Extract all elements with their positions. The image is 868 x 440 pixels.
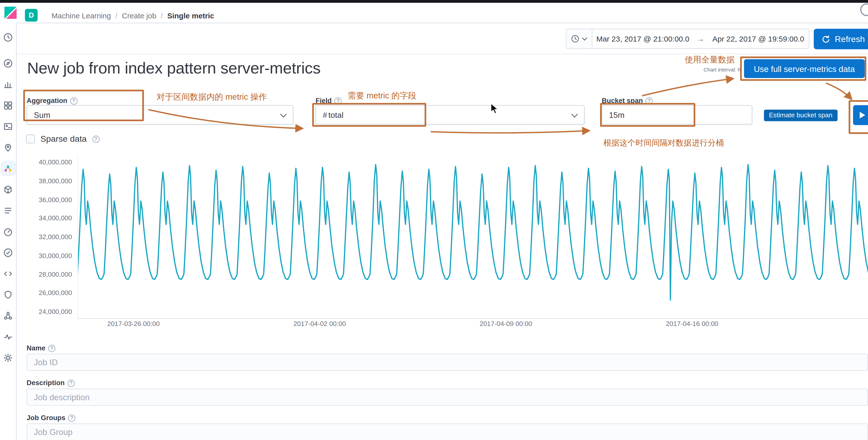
description-label: Description [27, 379, 65, 387]
page-title: New job from index pattern server-metric… [27, 59, 321, 77]
sidebar-item-dashboard[interactable] [0, 97, 16, 113]
aggregation-label-row: Aggregation [27, 97, 77, 105]
sidebar-item-monitoring[interactable] [0, 329, 16, 344]
field-label-row: Field [315, 97, 342, 105]
job-description-input[interactable] [27, 389, 868, 406]
breadcrumb: Machine Learning / Create job / Single m… [52, 5, 214, 25]
apm-icon [3, 226, 13, 237]
help-icon[interactable] [92, 135, 99, 143]
help-icon[interactable] [68, 414, 75, 421]
job-groups-input[interactable] [27, 423, 868, 440]
y-axis-tick: 34,000,000 [13, 215, 72, 222]
y-axis-tick: 32,000,000 [13, 233, 72, 241]
help-icon[interactable] [48, 345, 55, 352]
kibana-logo[interactable] [3, 6, 18, 20]
help-icon[interactable] [70, 97, 77, 104]
refresh-icon [822, 34, 830, 43]
machine-learning-icon [3, 163, 13, 174]
browser-top-strip [0, 0, 868, 3]
play-button[interactable] [853, 105, 868, 125]
annotation-field: 需要 metric 的字段 [348, 91, 416, 101]
name-label: Name [27, 344, 45, 352]
annotation-full-data: 使用全量数据 [685, 55, 735, 65]
sidebar-item-canvas[interactable] [0, 119, 16, 134]
canvas-icon [3, 121, 13, 131]
sparse-data-checkbox[interactable] [26, 134, 35, 143]
recently-viewed-icon [3, 32, 13, 42]
refresh-label: Refresh [835, 34, 865, 44]
breadcrumb-machine-learning[interactable]: Machine Learning [52, 11, 111, 20]
field-label: Field [315, 97, 332, 105]
sparse-data-label[interactable]: Sparse data [40, 134, 87, 144]
sidebar-item-management[interactable] [0, 350, 16, 366]
maps-icon [3, 142, 13, 153]
chevron-down-icon [582, 37, 587, 40]
sparse-data-row: Sparse data [26, 134, 99, 144]
siem-icon [3, 289, 13, 300]
header-divider [17, 54, 868, 54]
annotation-arrow [642, 78, 733, 96]
bucket-span-input[interactable] [602, 105, 752, 125]
y-axis-tick: 24,000,000 [13, 308, 72, 316]
annotation-bucket: 根据这个时间间隔对数据进行分桶 [603, 138, 724, 149]
time-range-start[interactable]: Mar 23, 2017 @ 21:00:00.0 [592, 29, 693, 48]
space-badge[interactable]: D [25, 9, 38, 22]
chart-canvas [78, 155, 868, 319]
job-id-input[interactable] [27, 354, 868, 371]
x-axis-tick: 2017-04-09 00:00 [467, 320, 545, 328]
y-axis-tick: 38,000,000 [13, 177, 72, 185]
aggregation-label: Aggregation [27, 97, 67, 105]
bucket-span-label-row: Bucket span [602, 97, 653, 105]
annotation-aggregation: 对于区间数据内的 metric 操作 [157, 92, 267, 102]
job-groups-label-row: Job Groups [27, 414, 75, 422]
infrastructure-icon [3, 184, 13, 195]
monitoring-icon [3, 331, 13, 342]
chevron-down-icon [280, 114, 287, 118]
bucket-span-label: Bucket span [602, 97, 643, 105]
help-icon[interactable] [646, 97, 653, 104]
aggregation-select[interactable]: Sum [27, 105, 293, 125]
sidebar-item-visualize[interactable] [0, 76, 16, 92]
date-picker-menu-button[interactable] [566, 29, 592, 48]
name-label-row: Name [27, 344, 55, 352]
management-icon [3, 352, 13, 363]
breadcrumb-separator: / [161, 11, 163, 20]
y-axis-tick: 40,000,000 [13, 158, 72, 166]
estimate-bucket-span-button[interactable]: Estimate bucket span [764, 109, 838, 121]
sidebar-item-recently-viewed[interactable] [0, 29, 16, 45]
chart-interval-label: Chart interval: h [696, 66, 741, 72]
y-axis-tick: 36,000,000 [13, 196, 72, 203]
x-axis-tick: 2017-04-16 00:00 [653, 320, 731, 328]
x-axis-tick: 2017-04-02 00:00 [281, 320, 359, 328]
discover-icon [3, 58, 13, 68]
dev-tools-icon [3, 268, 13, 279]
sidebar-item-maps[interactable] [0, 139, 16, 155]
y-axis-tick: 28,000,000 [13, 270, 72, 278]
field-select[interactable]: # total [315, 105, 585, 125]
field-value: total [328, 111, 343, 119]
dashboard-icon [3, 100, 13, 111]
graph-icon [3, 310, 13, 321]
help-icon[interactable] [67, 379, 75, 387]
app-header: D Machine Learning / Create job / Single… [0, 3, 868, 23]
sidebar-item-discover[interactable] [0, 55, 16, 71]
kibana-window: D Machine Learning / Create job / Single… [0, 0, 868, 440]
app-sidebar [0, 23, 17, 440]
breadcrumb-create-job[interactable]: Create job [122, 11, 156, 20]
help-icon[interactable] [335, 97, 342, 104]
time-range-arrow-icon: → [693, 29, 708, 48]
x-axis-tick: 2017-03-26 00:00 [95, 320, 172, 328]
chart-series-line [78, 165, 868, 300]
job-groups-label: Job Groups [27, 414, 65, 422]
clock-icon [571, 34, 580, 43]
refresh-button[interactable]: Refresh [814, 29, 868, 49]
annotation-arrow [431, 131, 589, 133]
uptime-icon [3, 247, 13, 258]
metric-preview-chart [78, 155, 868, 319]
description-label-row: Description [27, 379, 75, 387]
y-axis-tick: 30,000,000 [13, 252, 72, 259]
use-full-data-button[interactable]: Use full server-metrics data [744, 59, 865, 78]
time-range-end[interactable]: Apr 22, 2017 @ 19:59:00.0 [708, 29, 809, 48]
screenshot-viewport: D Machine Learning / Create job / Single… [0, 0, 868, 440]
chevron-down-icon [571, 114, 578, 118]
